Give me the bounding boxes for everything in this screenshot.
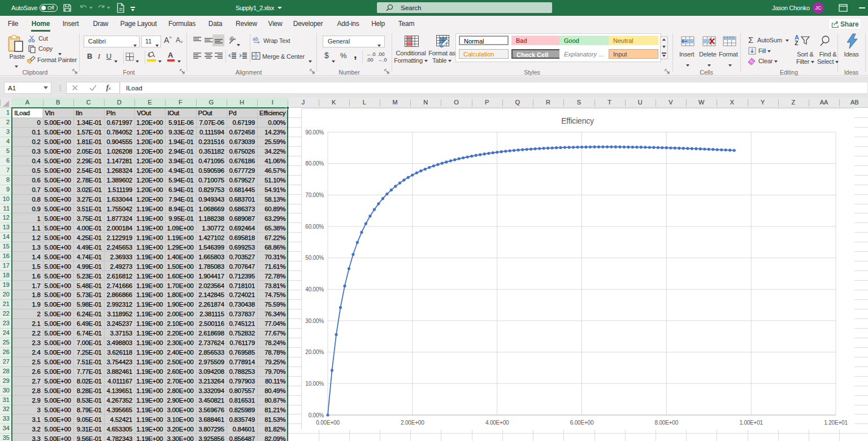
svg-text:80.00%: 80.00% xyxy=(305,160,324,167)
svg-text:0.00%: 0.00% xyxy=(309,412,324,418)
svg-text:40.00%: 40.00% xyxy=(305,286,324,292)
svg-text:20.00%: 20.00% xyxy=(305,349,324,355)
svg-text:50.00%: 50.00% xyxy=(305,255,324,261)
svg-text:2.00E+00: 2.00E+00 xyxy=(401,420,424,426)
svg-text:60.00%: 60.00% xyxy=(305,224,324,230)
svg-text:4.00E+00: 4.00E+00 xyxy=(485,420,509,426)
svg-text:1.00E+01: 1.00E+01 xyxy=(739,420,763,426)
svg-text:10.00%: 10.00% xyxy=(305,381,324,387)
svg-text:6.00E+00: 6.00E+00 xyxy=(570,420,594,426)
svg-text:1.20E+01: 1.20E+01 xyxy=(824,420,848,426)
svg-text:90.00%: 90.00% xyxy=(305,129,324,136)
svg-text:70.00%: 70.00% xyxy=(305,192,324,198)
svg-text:0.00E+00: 0.00E+00 xyxy=(316,420,340,426)
svg-text:30.00%: 30.00% xyxy=(305,318,324,324)
svg-text:8.00E+00: 8.00E+00 xyxy=(655,420,679,426)
svg-text:Efficiency: Efficiency xyxy=(561,116,594,125)
